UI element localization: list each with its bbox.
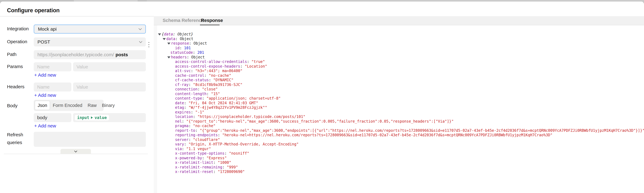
tree-node-leaf: x-content-type-options: "nosniff"	[0, 151, 644, 156]
tree-node-leaf: access-control-expose-headers: "Location…	[0, 64, 644, 69]
configure-operation-modal: Configure operation Integration Mock api…	[0, 2, 644, 193]
tree-node-expandable: {data: Object}	[0, 32, 644, 37]
triangle-expand-icon[interactable]	[163, 38, 166, 40]
tree-node-leaf: date: "Fri, 04 Oct 2024 02:41:03 GMT"	[0, 101, 644, 106]
chevron-down-icon	[138, 27, 142, 30]
tree-node-leaf: pragma: "no-cache"	[0, 124, 644, 128]
tree-node-leaf: location: "https://jsonplaceholder.typic…	[0, 114, 644, 119]
active-tab-underline	[200, 24, 220, 26]
tree-node-leaf: server: "cloudflare"	[0, 138, 644, 142]
tree-node-leaf: cache-control: "no-cache"	[0, 73, 644, 78]
tree-node-leaf: connection: "close"	[0, 87, 644, 92]
tree-node-leaf: x-powered-by: "Express"	[0, 156, 644, 160]
response-tabs-bar	[154, 16, 644, 25]
tree-node-expandable: response: Object	[0, 41, 644, 46]
triangle-expand-icon[interactable]	[167, 56, 170, 58]
tree-node-expandable: headers: Object	[0, 55, 644, 60]
tree-node-leaf: access-control-allow-credentials: "true"	[0, 60, 644, 64]
tree-node-leaf: content-length: "15"	[0, 92, 644, 96]
page-title: Configure operation	[7, 7, 60, 14]
tree-node-leaf: x-ratelimit-remaining: "999"	[0, 165, 644, 170]
tree-node-leaf: content-type: "application/json; charset…	[0, 96, 644, 101]
tab-response[interactable]: Response	[201, 18, 223, 23]
tree-node-leaf: alt-svc: "h3=":443"; ma=86400"	[0, 69, 644, 73]
triangle-expand-icon[interactable]	[158, 34, 161, 36]
tree-node-leaf: via: "1.1 vegur"	[0, 147, 644, 151]
integration-value: Mock api	[38, 26, 56, 32]
tree-node-leaf: etag: "W/"f-4jjw4Y8q22Yv1PV9m28FczJgjzk"…	[0, 105, 644, 110]
triangle-expand-icon[interactable]	[167, 42, 170, 44]
tree-node-leaf: cf-cache-status: "DYNAMIC"	[0, 78, 644, 82]
tree-node-leaf: x-ratelimit-reset: "1728009690"	[0, 170, 644, 174]
tree-node-leaf: vary: "Origin, X-HTTP-Method-Override, A…	[0, 142, 644, 147]
tree-node-expandable: data: Object	[0, 37, 644, 41]
tree-node-leaf: statusCode: 201	[0, 50, 644, 55]
tree-node-leaf: nel: "{"report_to":"heroku-nel","max_age…	[0, 119, 644, 124]
tree-node-leaf: id: 101	[0, 46, 644, 50]
tree-node-leaf: reporting-endpoints: "heroku-nel=https:/…	[0, 133, 644, 138]
integration-label: Integration	[7, 26, 29, 32]
tab-schema-reference[interactable]: Schema Reference	[163, 18, 204, 23]
response-json-tree: {data: Object}data: Objectresponse: Obje…	[0, 32, 644, 174]
tree-node-leaf: cf-ray: "8cd1cf8b9a391736-SJC"	[0, 82, 644, 87]
tree-node-leaf: report-to: "{"group":"heroku-nel","max_a…	[0, 128, 644, 133]
tree-node-leaf: expires: "-1"	[0, 110, 644, 115]
tree-node-leaf: x-ratelimit-limit: "1000"	[0, 160, 644, 165]
